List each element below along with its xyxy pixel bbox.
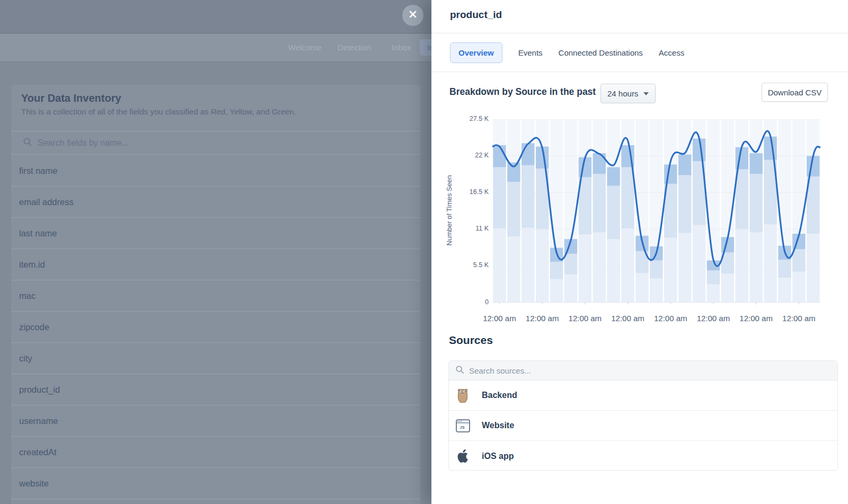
- close-drawer-button[interactable]: [402, 5, 423, 26]
- field-row[interactable]: zipcode: [11, 312, 420, 343]
- drawer-tabs: Overview Events Connected Destinations A…: [431, 34, 848, 72]
- x-tick-label: 12:00 am: [647, 314, 694, 323]
- field-list: first nameemail addresslast nameitem.idm…: [11, 155, 420, 499]
- tab-events[interactable]: Events: [518, 48, 543, 57]
- field-row[interactable]: first name: [11, 155, 420, 187]
- y-tick-label: 16.5 K: [450, 188, 489, 196]
- nav-item-welcome[interactable]: Welcome: [288, 43, 321, 52]
- field-row[interactable]: item.id: [11, 249, 420, 280]
- drawer-header: product_id: [431, 0, 848, 33]
- sources-section-title: Sources: [449, 334, 493, 347]
- chevron-down-icon: [643, 92, 649, 95]
- nav-item-inbox[interactable]: Inbox: [392, 43, 411, 52]
- sources-list: Backend JS Website: [448, 360, 838, 471]
- x-tick-label: 12:00 am: [690, 314, 737, 323]
- tab-connected-destinations[interactable]: Connected Destinations: [559, 48, 643, 57]
- nav-item-detection[interactable]: Detection: [338, 43, 371, 52]
- bar-stack[interactable]: [721, 237, 734, 302]
- bar-stack[interactable]: [778, 246, 791, 303]
- bar-stack[interactable]: [536, 147, 549, 303]
- y-tick-label: 27.5 K: [450, 115, 489, 122]
- field-row[interactable]: mac: [11, 280, 420, 312]
- field-row[interactable]: createdAt: [11, 437, 420, 468]
- source-row-backend[interactable]: Backend: [449, 381, 837, 411]
- sources-search-input[interactable]: [469, 366, 681, 375]
- y-tick-label: 0: [450, 298, 489, 306]
- page-subtitle: This is a collection of all of the field…: [21, 107, 296, 116]
- field-row[interactable]: username: [11, 405, 420, 437]
- gopher-icon: [455, 388, 470, 403]
- field-detail-drawer: product_id Overview Events Connected Des…: [431, 0, 848, 504]
- field-row[interactable]: product_id: [11, 374, 420, 405]
- x-tick-label: 12:00 am: [561, 314, 609, 323]
- x-tick-label: 12:00 am: [604, 314, 652, 323]
- page-title: Your Data Inventory: [21, 92, 121, 104]
- field-row[interactable]: city: [11, 343, 420, 374]
- download-csv-button[interactable]: Download CSV: [762, 83, 828, 102]
- source-label: iOS app: [482, 452, 514, 461]
- data-inventory-card: Your Data Inventory This is a collection…: [11, 85, 420, 504]
- bar-stack[interactable]: [522, 143, 534, 302]
- period-dropdown[interactable]: 24 hours: [600, 84, 656, 103]
- search-icon: [23, 137, 32, 149]
- bar-stack[interactable]: [607, 167, 620, 302]
- fields-search-input[interactable]: [38, 138, 303, 148]
- tab-access[interactable]: Access: [659, 48, 684, 57]
- source-label: Backend: [482, 391, 517, 400]
- bar-stack[interactable]: [693, 138, 705, 302]
- field-row[interactable]: last name: [11, 218, 420, 249]
- bar-stack[interactable]: [749, 153, 762, 302]
- source-row-ios-app[interactable]: iOS app: [449, 441, 837, 471]
- apple-icon: [455, 449, 470, 464]
- bar-stack[interactable]: [507, 163, 520, 303]
- x-tick-label: 12:00 am: [518, 314, 566, 323]
- bar-stack[interactable]: [564, 239, 577, 302]
- field-row[interactable]: website: [11, 468, 420, 499]
- bar-stack[interactable]: [635, 236, 648, 303]
- y-tick-label: 11 K: [450, 225, 489, 232]
- sources-search-bar[interactable]: [449, 361, 837, 381]
- source-label: Website: [482, 421, 514, 430]
- chart-section-title: Breakdown by Source in the past: [449, 86, 596, 98]
- tab-overview[interactable]: Overview: [450, 42, 502, 63]
- bar-stack[interactable]: [493, 145, 506, 303]
- y-tick-label: 5.5 K: [450, 261, 489, 269]
- bar-stack[interactable]: [550, 247, 563, 302]
- fields-search-bar[interactable]: [11, 131, 420, 155]
- search-icon: [455, 365, 464, 376]
- y-axis-title: Number of Times Seen: [445, 175, 453, 246]
- x-tick-label: 12:00 am: [775, 314, 823, 323]
- bar-stack[interactable]: [593, 153, 606, 302]
- bar-stack[interactable]: [678, 155, 691, 303]
- source-row-website[interactable]: JS Website: [449, 411, 837, 441]
- x-tick-label: 12:00 am: [475, 314, 523, 323]
- svg-text:JS: JS: [460, 425, 465, 430]
- close-icon: [409, 10, 417, 21]
- field-row[interactable]: email address: [11, 187, 420, 218]
- breakdown-chart[interactable]: [492, 119, 820, 305]
- y-tick-label: 22 K: [450, 152, 489, 159]
- bar-stack[interactable]: [792, 234, 805, 302]
- js-browser-icon: JS: [455, 419, 470, 433]
- drawer-title: product_id: [450, 9, 502, 21]
- period-dropdown-value: 24 hours: [607, 89, 638, 98]
- x-tick-label: 12:00 am: [732, 314, 780, 323]
